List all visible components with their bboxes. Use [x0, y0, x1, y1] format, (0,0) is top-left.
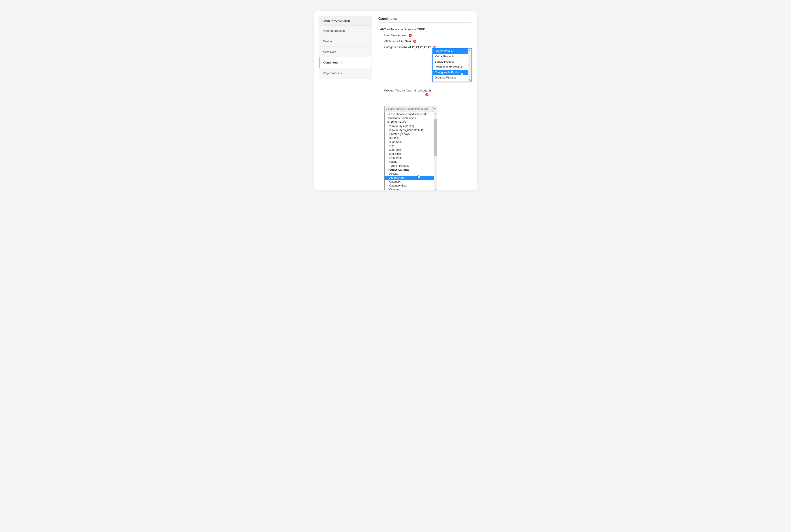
- dropdown-item[interactable]: Please choose a condition to add.: [385, 112, 434, 116]
- multiselect-option[interactable]: Downloadable Product: [433, 64, 468, 70]
- dropdown-item[interactable]: Is New (by 'is_new' attribute): [385, 128, 434, 132]
- dropdown-item[interactable]: Is New (by a period): [385, 124, 434, 128]
- dropdown-group: Custom Fields: [385, 120, 434, 124]
- add-condition-dropdown[interactable]: Please choose a condition to add.Conditi…: [384, 112, 437, 190]
- root-condition: ANY of these conditions are TRUE :: [380, 26, 472, 32]
- scroll-up-icon[interactable]: ▲: [468, 49, 472, 52]
- combo-toggle-button[interactable]: [432, 106, 437, 112]
- main-panel: Conditions ANY of these conditions are T…: [379, 16, 472, 190]
- rule-val[interactable]: Gear: [405, 39, 411, 43]
- condition-tree: ANY of these conditions are TRUE : Is on…: [380, 26, 472, 112]
- dropdown-item[interactable]: Max Price: [385, 152, 434, 156]
- dropdown-group: Product Attribute: [385, 168, 434, 172]
- dropdown-item[interactable]: Conditions Combination: [385, 116, 434, 120]
- multiselect-option[interactable]: Configurable Product: [433, 70, 468, 75]
- remove-icon[interactable]: [413, 40, 416, 43]
- sidebar-item-label: Conditions: [324, 61, 338, 64]
- sidebar-header: PAGE INFORMATION: [319, 16, 372, 25]
- condition-rule: Is on Sale is Yes: [384, 32, 472, 38]
- sidebar-item-design[interactable]: Design: [319, 36, 372, 47]
- multiselect-scrollbar[interactable]: ▲ ▼: [468, 49, 472, 81]
- sidebar: PAGE INFORMATION Page InformationDesignM…: [319, 16, 372, 190]
- dropdown-item[interactable]: Is on Sale: [385, 140, 434, 144]
- add-condition-row: Please choose a condition to add.Conditi…: [384, 106, 472, 112]
- add-condition-input[interactable]: [385, 106, 432, 112]
- sidebar-item-label: Page Products: [323, 72, 342, 75]
- sidebar-item-meta-data[interactable]: Meta Data: [319, 47, 372, 57]
- scroll-down-icon[interactable]: ▼: [434, 188, 437, 190]
- sidebar-item-page-products[interactable]: Page Products: [319, 68, 372, 78]
- dropdown-item[interactable]: Rating: [385, 160, 434, 164]
- rule-val[interactable]: Yes: [402, 34, 406, 37]
- dropdown-scrollbar[interactable]: ▲ ▼: [434, 112, 437, 190]
- scrollbar-thumb[interactable]: [434, 119, 437, 156]
- scroll-down-icon[interactable]: ▼: [468, 78, 472, 81]
- rule-op[interactable]: is: [398, 34, 401, 37]
- sidebar-item-label: Design: [323, 40, 332, 43]
- dropdown-item[interactable]: Final Price: [385, 156, 434, 160]
- dropdown-item[interactable]: In Stock: [385, 136, 434, 140]
- rule-attr[interactable]: Categories: [384, 45, 398, 49]
- product-type-condition: Product Type by "type_id" attribute is S…: [384, 88, 472, 98]
- product-type-multiselect[interactable]: Simple ProductVirtual ProductBundle Prod…: [433, 48, 472, 82]
- dropdown-item[interactable]: Climate: [385, 188, 434, 190]
- dropdown-item[interactable]: Attribute Set: [385, 176, 434, 180]
- product-type-prefix: Product Type by "type_id" attribute: [384, 89, 428, 92]
- dropdown-item[interactable]: Activity: [385, 172, 434, 176]
- aggregator[interactable]: ANY: [380, 27, 386, 31]
- root-suffix: :: [426, 27, 427, 31]
- rule-op[interactable]: is: [401, 39, 404, 43]
- rule-val[interactable]: 20,21,23,26,22: [412, 45, 431, 49]
- dropdown-item[interactable]: Min Price: [385, 148, 434, 152]
- rule-op[interactable]: is one of: [399, 45, 411, 49]
- multiselect-option[interactable]: Grouped Product: [433, 75, 468, 80]
- product-type-op[interactable]: is: [429, 89, 432, 92]
- pencil-icon: [341, 61, 343, 64]
- remove-icon[interactable]: [425, 93, 428, 96]
- multiselect-option[interactable]: Bundle Product: [433, 59, 468, 64]
- layout: PAGE INFORMATION Page InformationDesignM…: [319, 16, 472, 190]
- condition-rule: Attribute Set is Gear: [384, 38, 472, 44]
- scroll-up-icon[interactable]: ▲: [434, 112, 437, 116]
- dropdown-item[interactable]: Type of Product: [385, 164, 434, 168]
- dropdown-item[interactable]: Created (in days): [385, 132, 434, 136]
- sidebar-item-label: Meta Data: [323, 50, 336, 54]
- root-mid-text: of these conditions are: [387, 27, 416, 31]
- root-value[interactable]: TRUE: [417, 27, 425, 31]
- section-title: Conditions: [379, 17, 472, 23]
- sidebar-item-page-information[interactable]: Page Information: [319, 25, 372, 36]
- multiselect-option[interactable]: Virtual Product: [433, 54, 468, 59]
- add-condition-combo[interactable]: [384, 106, 437, 112]
- rule-attr[interactable]: Attribute Set: [384, 39, 400, 43]
- sidebar-item-label: Page Information: [323, 29, 345, 33]
- rule-attr[interactable]: Is on Sale: [384, 34, 397, 37]
- dropdown-item[interactable]: Category Gear: [385, 184, 434, 188]
- dropdown-item[interactable]: Qty: [385, 144, 434, 148]
- condition-children: Is on Sale is Yes Attribute Set is Gear …: [381, 32, 472, 112]
- admin-card: PAGE INFORMATION Page InformationDesignM…: [314, 11, 477, 190]
- remove-icon[interactable]: [409, 34, 412, 37]
- dropdown-item[interactable]: Category: [385, 180, 434, 184]
- multiselect-option[interactable]: Simple Product: [433, 49, 468, 54]
- sidebar-item-conditions[interactable]: Conditions: [319, 57, 372, 68]
